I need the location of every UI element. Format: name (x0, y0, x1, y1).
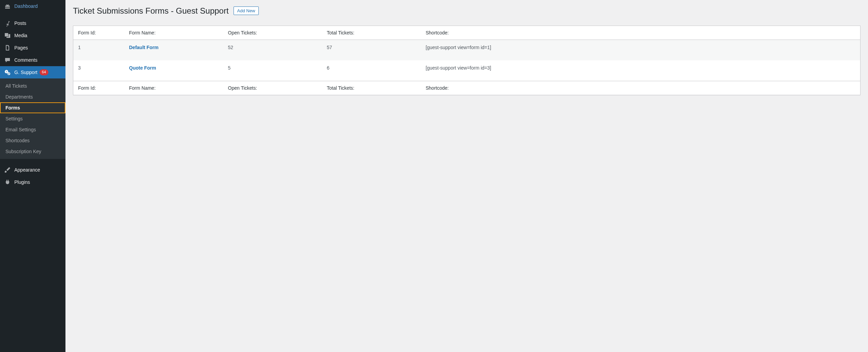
form-name-link[interactable]: Default Form (129, 45, 159, 50)
cell-open: 52 (223, 40, 322, 61)
menu-label: Media (14, 33, 27, 38)
pin-icon (4, 20, 11, 27)
tf-shortcode[interactable]: Shortcode: (421, 81, 860, 95)
submenu-item-all-tickets[interactable]: All Tickets (0, 80, 65, 91)
submenu-gsupport: All Tickets Departments Forms Settings E… (0, 78, 65, 159)
page-title: Ticket Submissions Forms - Guest Support (73, 5, 229, 16)
brush-icon (4, 166, 11, 173)
form-name-link[interactable]: Quote Form (129, 65, 156, 71)
menu-item-dashboard[interactable]: Dashboard (0, 0, 65, 12)
submenu-item-shortcodes[interactable]: Shortcodes (0, 135, 65, 146)
cell-total: 6 (322, 60, 421, 81)
cell-total: 57 (322, 40, 421, 61)
tf-form-name[interactable]: Form Name: (124, 81, 223, 95)
cell-form-id: 3 (73, 60, 124, 81)
menu-item-plugins[interactable]: Plugins (0, 176, 65, 188)
menu-item-gsupport[interactable]: ? G. Support 64 (0, 66, 65, 78)
th-form-name[interactable]: Form Name: (124, 26, 223, 40)
tf-total[interactable]: Total Tickets: (322, 81, 421, 95)
menu-label: Appearance (14, 167, 40, 173)
submenu-item-email-settings[interactable]: Email Settings (0, 124, 65, 135)
pages-icon (4, 44, 11, 51)
add-new-button[interactable]: Add New (234, 6, 259, 15)
menu-label: Pages (14, 45, 28, 50)
submenu-item-subscription-key[interactable]: Subscription Key (0, 146, 65, 157)
table-row: 3 Quote Form 5 6 [guest-support view=for… (73, 60, 860, 81)
dashboard-icon (4, 3, 11, 10)
cell-open: 5 (223, 60, 322, 81)
cell-form-id: 1 (73, 40, 124, 61)
table-row: 1 Default Form 52 57 [guest-support view… (73, 40, 860, 61)
menu-item-media[interactable]: Media (0, 29, 65, 42)
tf-open[interactable]: Open Tickets: (223, 81, 322, 95)
menu-item-posts[interactable]: Posts (0, 17, 65, 29)
support-icon: ? (4, 69, 11, 76)
submenu-item-departments[interactable]: Departments (0, 91, 65, 102)
submenu-item-forms[interactable]: Forms (0, 102, 65, 113)
forms-table: Form Id: Form Name: Open Tickets: Total … (73, 26, 860, 95)
menu-item-pages[interactable]: Pages (0, 42, 65, 54)
menu-item-appearance[interactable]: Appearance (0, 164, 65, 176)
th-shortcode[interactable]: Shortcode: (421, 26, 860, 40)
page-header: Ticket Submissions Forms - Guest Support… (73, 5, 860, 16)
main-content: Ticket Submissions Forms - Guest Support… (65, 0, 868, 352)
menu-label: Dashboard (14, 3, 38, 9)
svg-text:?: ? (6, 71, 7, 73)
cell-shortcode: [guest-support view=form id=1] (421, 40, 860, 61)
menu-item-comments[interactable]: Comments (0, 54, 65, 66)
tf-form-id[interactable]: Form Id: (73, 81, 124, 95)
menu-label: G. Support (14, 70, 38, 75)
admin-sidebar: Dashboard Posts Media Pages Comments ? G… (0, 0, 65, 352)
th-form-id[interactable]: Form Id: (73, 26, 124, 40)
media-icon (4, 32, 11, 39)
th-open[interactable]: Open Tickets: (223, 26, 322, 40)
submenu-item-settings[interactable]: Settings (0, 113, 65, 124)
menu-label: Posts (14, 20, 26, 26)
th-total[interactable]: Total Tickets: (322, 26, 421, 40)
cell-shortcode: [guest-support view=form id=3] (421, 60, 860, 81)
notification-badge: 64 (40, 69, 48, 75)
plug-icon (4, 179, 11, 186)
comment-icon (4, 57, 11, 63)
menu-label: Plugins (14, 179, 30, 185)
menu-label: Comments (14, 57, 38, 63)
